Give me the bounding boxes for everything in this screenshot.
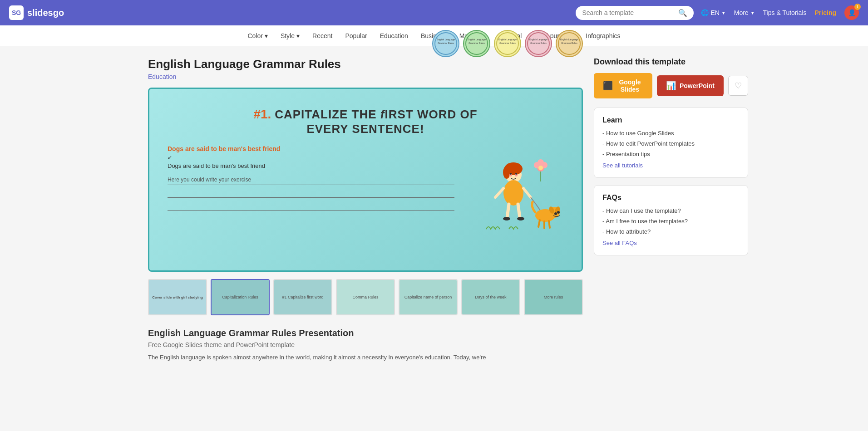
- svg-text:Grammar Rules: Grammar Rules: [499, 42, 516, 44]
- variant-orange[interactable]: English LanguageGrammar Rules: [556, 30, 583, 57]
- globe-icon: 🌐: [701, 9, 709, 16]
- learn-link-2[interactable]: - How to edit PowerPoint templates: [602, 140, 740, 147]
- main-slide-preview[interactable]: #1. Capitalize the first word ofevery se…: [148, 88, 583, 272]
- logo[interactable]: SG slidesgo: [9, 5, 64, 20]
- nav-popular-label: Popular: [345, 32, 367, 39]
- faqs-title: FAQs: [602, 194, 740, 202]
- learn-link-1[interactable]: - How to use Google Slides: [602, 130, 740, 137]
- learn-card: Learn - How to use Google Slides - How t…: [594, 108, 748, 178]
- slide-exercise-line: Here you could write your exercise: [168, 176, 454, 185]
- faq-link-1[interactable]: - How can I use the template?: [602, 207, 740, 214]
- svg-line-30: [523, 188, 531, 197]
- variant-yellow[interactable]: English LanguageGrammar Rules: [494, 30, 521, 57]
- strip-thumb-1[interactable]: Cover slide with girl studying: [148, 279, 207, 315]
- strip-thumb-4[interactable]: Comma Rules: [336, 279, 395, 315]
- nav-color-label: Color: [247, 32, 262, 39]
- heart-icon: ♡: [735, 81, 742, 91]
- nav-infographics-label: Infographics: [586, 32, 620, 39]
- nav-style-label: Style: [281, 32, 295, 39]
- lang-label: EN: [710, 9, 719, 16]
- svg-line-29: [495, 188, 503, 197]
- description-title: English Language Grammar Rules Presentat…: [148, 328, 583, 338]
- svg-point-27: [515, 173, 517, 175]
- template-title: English Language Grammar Rules: [148, 57, 341, 71]
- svg-point-40: [557, 211, 560, 214]
- tips-tutorials-link[interactable]: Tips & Tutorials: [763, 9, 807, 16]
- notification-badge: 1: [854, 4, 861, 10]
- pricing-label: Pricing: [815, 9, 836, 16]
- logo-icon: SG: [9, 5, 24, 20]
- logo-text: slidesgo: [27, 8, 64, 18]
- chevron-down-icon: ▼: [721, 10, 726, 15]
- svg-line-31: [507, 204, 509, 218]
- svg-point-28: [503, 180, 523, 206]
- slide-exercise-empty-1: [168, 189, 454, 198]
- powerpoint-button[interactable]: 📊 PowerPoint: [657, 75, 724, 96]
- search-input[interactable]: [582, 9, 675, 16]
- user-avatar[interactable]: 👤 1: [844, 5, 859, 20]
- svg-text:Grammar Rules: Grammar Rules: [469, 42, 485, 44]
- nav-style[interactable]: Style ▾: [281, 32, 300, 39]
- template-category[interactable]: Education: [148, 73, 341, 80]
- strip-thumb-2-label: Capitalization Rules: [212, 280, 269, 314]
- nav-recent[interactable]: Recent: [312, 32, 332, 39]
- slide-title: #1. Capitalize the first word ofevery se…: [168, 107, 563, 136]
- strip-thumb-5-label: Capitalize name of person: [399, 280, 457, 314]
- strip-thumb-3[interactable]: #1 Capitalize first word: [273, 279, 332, 315]
- variant-green[interactable]: English LanguageGrammar Rules: [463, 30, 490, 57]
- svg-point-23: [503, 166, 510, 179]
- strip-thumb-5[interactable]: Capitalize name of person: [399, 279, 458, 315]
- see-all-faqs-link[interactable]: See all FAQs: [602, 240, 637, 246]
- main-content: English Language Grammar Rules Education…: [139, 46, 729, 373]
- search-icon: 🔍: [678, 9, 687, 17]
- svg-text:English Language: English Language: [529, 38, 547, 41]
- faq-link-3[interactable]: - How to attribute?: [602, 228, 740, 235]
- pricing-link[interactable]: Pricing: [815, 9, 836, 16]
- strip-thumb-2[interactable]: Capitalization Rules: [211, 279, 270, 315]
- strip-thumb-3-label: #1 Capitalize first word: [274, 280, 331, 314]
- svg-text:Grammar Rules: Grammar Rules: [561, 42, 577, 44]
- slide-text-area: Dogs are said to be man's best friend ↙ …: [168, 145, 454, 214]
- see-all-tutorials-link[interactable]: See all tutorials: [602, 162, 643, 169]
- more-button[interactable]: More ▼: [734, 9, 755, 16]
- svg-point-18: [538, 159, 544, 166]
- google-slides-button[interactable]: ⬛ Google Slides: [594, 73, 652, 98]
- strip-thumb-7-label: More rules: [525, 280, 582, 314]
- slide-arrow: ↙: [168, 154, 454, 161]
- slide-exercise-empty-2: [168, 201, 454, 211]
- nav-popular[interactable]: Popular: [345, 32, 367, 39]
- variant-blue[interactable]: English LanguageGrammar Rules: [432, 30, 459, 57]
- nav-education-label: Education: [380, 32, 408, 39]
- strip-thumb-6-label: Days of the week: [462, 280, 519, 314]
- favorite-button[interactable]: ♡: [728, 76, 748, 96]
- svg-text:English Language: English Language: [437, 38, 455, 41]
- left-column: English Language Grammar Rules Education…: [148, 57, 583, 362]
- nav-education[interactable]: Education: [380, 32, 408, 39]
- strip-thumb-1-label: Cover slide with girl studying: [149, 280, 206, 314]
- faqs-card: FAQs - How can I use the template? - Am …: [594, 185, 748, 255]
- svg-text:Grammar Rules: Grammar Rules: [530, 42, 547, 44]
- learn-link-3[interactable]: - Presentation tips: [602, 151, 740, 157]
- powerpoint-label: PowerPoint: [680, 82, 715, 89]
- strip-thumb-7[interactable]: More rules: [524, 279, 583, 315]
- variant-pink[interactable]: English LanguageGrammar Rules: [525, 30, 552, 57]
- google-slides-label: Google Slides: [616, 78, 643, 93]
- svg-line-32: [518, 204, 520, 218]
- svg-line-43: [549, 221, 550, 228]
- slide-number: #1.: [253, 107, 271, 121]
- powerpoint-icon: 📊: [666, 81, 676, 91]
- slide-content: #1. Capitalize the first word ofevery se…: [149, 89, 582, 270]
- strip-thumb-6[interactable]: Days of the week: [461, 279, 520, 315]
- language-selector[interactable]: 🌐 EN ▼: [701, 9, 725, 16]
- nav-infographics[interactable]: Infographics: [586, 32, 620, 39]
- svg-point-39: [554, 212, 557, 215]
- slide-wrong-example: Dogs are said to be man's best friend: [168, 145, 454, 152]
- download-buttons: ⬛ Google Slides 📊 PowerPoint ♡: [594, 73, 748, 98]
- chevron-down-icon: ▾: [265, 32, 268, 39]
- search-bar: 🔍: [576, 6, 694, 20]
- faq-link-2[interactable]: - Am I free to use the templates?: [602, 218, 740, 225]
- nav-color[interactable]: Color ▾: [247, 32, 267, 39]
- svg-line-41: [538, 220, 540, 227]
- right-column: Download this template ⬛ Google Slides 📊…: [594, 57, 748, 362]
- avatar-icon: 👤: [848, 9, 856, 16]
